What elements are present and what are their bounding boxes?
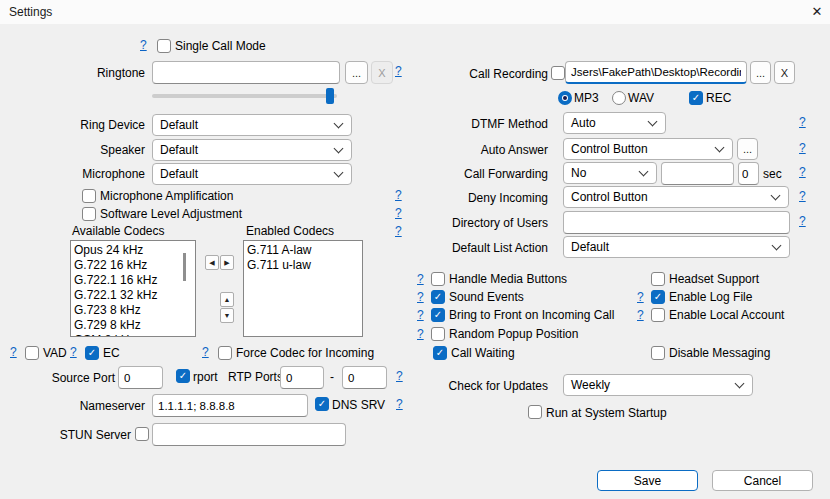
call-forwarding-label: Call Forwarding bbox=[408, 167, 548, 181]
mp3-label: MP3 bbox=[574, 91, 599, 105]
chevron-down-icon bbox=[334, 168, 344, 178]
recording-path-input[interactable] bbox=[565, 61, 747, 84]
move-left-button[interactable]: ◀ bbox=[205, 255, 219, 270]
call-forwarding-help-link[interactable]: ? bbox=[799, 165, 806, 179]
dtmf-help-link[interactable]: ? bbox=[799, 115, 806, 129]
bring-to-front-help-link[interactable]: ? bbox=[417, 308, 424, 322]
default-list-action-select[interactable]: Default bbox=[563, 236, 790, 258]
call-waiting-checkbox[interactable] bbox=[433, 346, 447, 360]
auto-answer-value: Control Button bbox=[571, 142, 648, 156]
list-item[interactable]: G.722.1 32 kHz bbox=[74, 288, 194, 303]
scrollbar[interactable] bbox=[183, 253, 186, 281]
auto-answer-select[interactable]: Control Button bbox=[563, 138, 733, 160]
ec-checkbox[interactable] bbox=[85, 346, 99, 360]
directory-of-users-input[interactable] bbox=[563, 211, 790, 234]
list-item[interactable]: G.711 A-law bbox=[247, 243, 361, 258]
vad-help-link[interactable]: ? bbox=[10, 345, 17, 359]
single-call-mode-help-link[interactable]: ? bbox=[140, 38, 147, 52]
run-at-startup-checkbox[interactable] bbox=[528, 405, 542, 419]
save-button[interactable]: Save bbox=[597, 470, 698, 491]
ringtone-help-link[interactable]: ? bbox=[395, 64, 402, 78]
list-item[interactable]: G.722 16 kHz bbox=[74, 258, 194, 273]
mp3-radio[interactable] bbox=[558, 91, 572, 105]
rport-checkbox[interactable] bbox=[176, 369, 190, 383]
call-forwarding-select[interactable]: No bbox=[563, 162, 657, 184]
list-item[interactable]: G.722.1 16 kHz bbox=[74, 273, 194, 288]
close-icon[interactable]: ✕ bbox=[808, 4, 826, 20]
random-popup-checkbox[interactable] bbox=[431, 327, 445, 341]
move-right-button[interactable]: ▶ bbox=[220, 255, 234, 270]
enable-log-file-help-link[interactable]: ? bbox=[637, 290, 644, 304]
nameserver-input[interactable] bbox=[152, 394, 308, 417]
enable-local-account-help-link[interactable]: ? bbox=[637, 308, 644, 322]
slider-thumb[interactable] bbox=[326, 88, 334, 104]
forwarding-delay-input[interactable] bbox=[738, 162, 759, 185]
ringtone-volume-slider[interactable] bbox=[152, 94, 337, 98]
auto-answer-config-button[interactable]: ... bbox=[737, 138, 758, 160]
force-codec-help-link[interactable]: ? bbox=[202, 345, 209, 359]
deny-incoming-select[interactable]: Control Button bbox=[563, 186, 789, 208]
check-for-updates-label: Check for Updates bbox=[408, 379, 548, 393]
dns-srv-checkbox[interactable] bbox=[315, 397, 329, 411]
wav-label: WAV bbox=[628, 91, 654, 105]
cancel-button[interactable]: Cancel bbox=[712, 470, 813, 491]
forwarding-target-input[interactable] bbox=[661, 162, 734, 185]
list-item[interactable]: G.723 8 kHz bbox=[74, 303, 194, 318]
ports-help-link[interactable]: ? bbox=[396, 369, 403, 383]
ringtone-label: Ringtone bbox=[20, 66, 145, 80]
move-up-button[interactable]: ▲ bbox=[220, 292, 234, 307]
list-item[interactable]: G.711 u-law bbox=[247, 258, 361, 273]
ec-help-link[interactable]: ? bbox=[70, 345, 77, 359]
list-item[interactable]: Opus 24 kHz bbox=[74, 243, 194, 258]
check-for-updates-select[interactable]: Weekly bbox=[563, 374, 753, 396]
enable-local-account-checkbox[interactable] bbox=[651, 308, 665, 322]
nameserver-help-link[interactable]: ? bbox=[396, 397, 403, 411]
auto-answer-help-link[interactable]: ? bbox=[799, 141, 806, 155]
stun-server-input[interactable] bbox=[152, 423, 346, 446]
enable-log-file-checkbox[interactable] bbox=[651, 290, 665, 304]
force-codec-checkbox[interactable] bbox=[218, 346, 232, 360]
move-down-button[interactable]: ▼ bbox=[220, 308, 234, 323]
ringtone-browse-button[interactable]: ... bbox=[345, 61, 368, 84]
software-level-adjustment-help-link[interactable]: ? bbox=[395, 206, 402, 220]
vad-checkbox[interactable] bbox=[25, 346, 39, 360]
speaker-select[interactable]: Default bbox=[152, 139, 352, 161]
recording-clear-button[interactable]: X bbox=[774, 61, 795, 84]
wav-radio[interactable] bbox=[612, 91, 626, 105]
stun-checkbox[interactable] bbox=[135, 427, 149, 441]
enabled-codecs-label: Enabled Codecs bbox=[246, 224, 334, 238]
list-item[interactable]: GSM 8 kHz bbox=[74, 333, 194, 337]
auto-answer-label: Auto Answer bbox=[408, 143, 548, 157]
source-port-input[interactable] bbox=[118, 366, 163, 389]
random-popup-help-link[interactable]: ? bbox=[417, 327, 424, 341]
microphone-amplification-help-link[interactable]: ? bbox=[395, 188, 402, 202]
software-level-adjustment-checkbox[interactable] bbox=[82, 207, 96, 221]
microphone-amplification-checkbox[interactable] bbox=[82, 189, 96, 203]
bring-to-front-checkbox[interactable] bbox=[431, 308, 445, 322]
single-call-mode-checkbox[interactable] bbox=[157, 39, 171, 53]
handle-media-buttons-checkbox[interactable] bbox=[431, 272, 445, 286]
recording-browse-button[interactable]: ... bbox=[750, 61, 771, 84]
available-codecs-list[interactable]: Opus 24 kHzG.722 16 kHzG.722.1 16 kHzG.7… bbox=[70, 240, 196, 337]
codecs-help-link[interactable]: ? bbox=[395, 224, 402, 238]
ringtone-input[interactable] bbox=[152, 61, 340, 84]
list-item[interactable]: G.729 8 kHz bbox=[74, 318, 194, 333]
microphone-select[interactable]: Default bbox=[152, 163, 352, 185]
directory-help-link[interactable]: ? bbox=[799, 214, 806, 228]
rtp-port-from-input[interactable] bbox=[280, 366, 324, 389]
dtmf-method-label: DTMF Method bbox=[408, 117, 548, 131]
disable-messaging-checkbox[interactable] bbox=[651, 346, 665, 360]
sound-events-checkbox[interactable] bbox=[431, 290, 445, 304]
rtp-port-to-input[interactable] bbox=[342, 366, 387, 389]
call-recording-checkbox[interactable] bbox=[551, 66, 565, 80]
ring-device-select[interactable]: Default bbox=[152, 114, 352, 136]
deny-incoming-help-link[interactable]: ? bbox=[799, 189, 806, 203]
dtmf-method-select[interactable]: Auto bbox=[563, 112, 666, 134]
enabled-codecs-list[interactable]: G.711 A-lawG.711 u-law bbox=[243, 240, 363, 337]
rec-checkbox[interactable] bbox=[689, 91, 703, 105]
speaker-label: Speaker bbox=[20, 143, 145, 157]
handle-media-buttons-help-link[interactable]: ? bbox=[417, 272, 424, 286]
headset-support-checkbox[interactable] bbox=[651, 272, 665, 286]
ringtone-clear-button[interactable]: X bbox=[371, 61, 393, 84]
sound-events-help-link[interactable]: ? bbox=[417, 290, 424, 304]
